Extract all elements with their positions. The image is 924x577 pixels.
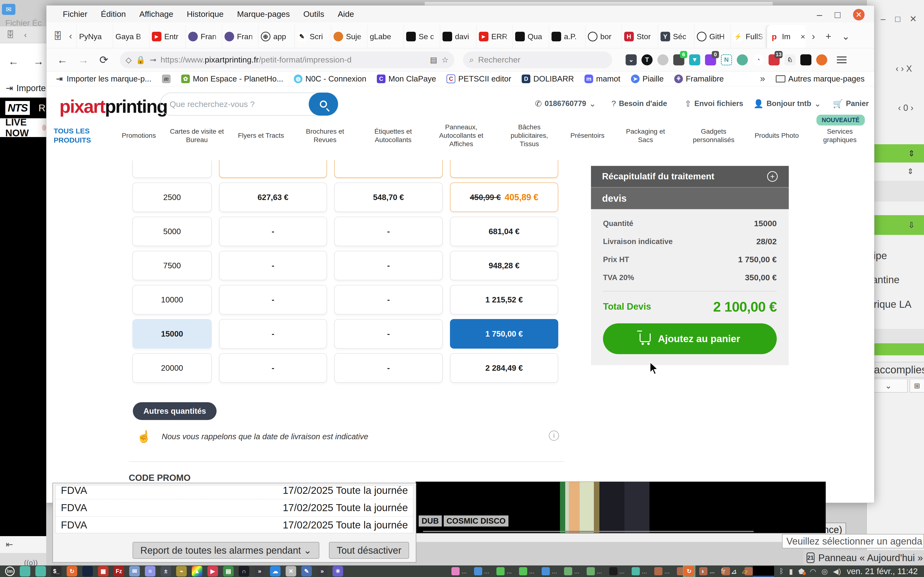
task-bar-green-1[interactable]: ⇕ — [871, 144, 924, 163]
today-panel-status[interactable]: 21 Panneau « Aujourd'hui » ⌄ — [803, 550, 924, 566]
updown-icon-2[interactable]: ⇕ — [907, 167, 924, 176]
reload-icon[interactable]: ⟳ — [99, 53, 108, 66]
completed-filter[interactable]: accomplies — [869, 362, 924, 378]
bookmark-piaille[interactable]: ➤Piaille — [631, 74, 664, 84]
headphones-launcher-icon[interactable]: ∩ — [239, 566, 249, 577]
disabled-extension-icon[interactable] — [657, 54, 669, 65]
notifications-icon[interactable]: ◗ — [701, 567, 705, 575]
win-blue1-taskbar-button[interactable]: ... — [474, 567, 489, 575]
price-cell[interactable]: - — [219, 353, 327, 383]
bg-nav-controls[interactable]: ‹ › X — [896, 64, 924, 74]
calendar-view-button[interactable]: ⊞ — [909, 379, 924, 393]
plug-launcher-icon[interactable]: ⌁ — [176, 566, 187, 577]
firewall-icon[interactable]: ⬟ — [798, 567, 804, 575]
windows-launcher-icon[interactable] — [20, 566, 30, 577]
win-green2-taskbar-button[interactable]: ... — [519, 567, 535, 575]
postpone-all-button[interactable]: Report de toutes les alarmes pendant ⌄ — [132, 542, 319, 559]
quantity-5000[interactable]: 5000 — [132, 217, 212, 246]
menu-fichier[interactable]: Fichier — [63, 10, 87, 19]
lock-icon[interactable]: 🔒 — [136, 55, 145, 64]
tab-fran[interactable]: Fran — [222, 25, 258, 48]
price-cell[interactable]: 2 284,49 € — [450, 353, 558, 383]
minimize-icon[interactable]: – — [817, 10, 822, 20]
collapse-icon[interactable]: ⇤ — [6, 540, 13, 550]
menu-outils[interactable]: Outils — [303, 10, 324, 19]
image-viewer-launcher-icon[interactable] — [82, 566, 93, 577]
scroll-tabs-right-icon[interactable]: › — [812, 31, 815, 42]
price-cell[interactable]: - — [219, 285, 327, 314]
tab-err[interactable]: ERR — [476, 25, 512, 48]
arrows1-launcher-icon[interactable]: » — [254, 566, 265, 577]
tab-sec[interactable]: Se c — [404, 25, 440, 48]
nav-produits-photo[interactable]: Produits Photo — [754, 131, 799, 140]
nav-brochures-et-revues[interactable]: Brochures et Revues — [298, 127, 352, 144]
blocker-extension-icon[interactable]: 13 — [769, 54, 780, 65]
nav-tous-les-produits[interactable]: TOUS LES PRODUITS — [54, 126, 108, 145]
browser-search-bar[interactable]: ⌕ Rechercher — [463, 52, 612, 68]
video-progress-bar[interactable] — [423, 531, 754, 532]
bookmark-mamot[interactable]: mmamot — [585, 74, 620, 84]
nav-panneaux-autocollants-et[interactable]: Panneaux, Autocollants et Affiches — [434, 123, 488, 148]
bookmark-icon[interactable]: æ — [162, 74, 171, 83]
active-window-button[interactable]: ↻ — [683, 566, 695, 577]
reader-mode-icon[interactable]: ▤ — [430, 55, 437, 64]
price-cell-clipped[interactable] — [219, 160, 327, 178]
price-cell[interactable]: - — [334, 353, 443, 383]
keyboard-layout[interactable]: fr — [721, 567, 725, 575]
bg-maximize-icon[interactable]: □ — [895, 14, 900, 24]
menu-marquepages[interactable]: Marque-pages — [237, 10, 290, 19]
volume-icon[interactable]: ◀) — [833, 567, 841, 575]
cloud-launcher-icon[interactable]: ☁ — [270, 566, 281, 577]
bg-minimize-icon[interactable]: – — [881, 14, 885, 24]
tab-pynya[interactable]: PyNya — [76, 25, 113, 48]
share-launcher-icon[interactable]: ✳ — [333, 566, 343, 577]
filter-dropdown[interactable]: ⌄ — [869, 379, 908, 393]
save-extension-icon[interactable]: ▼ — [689, 54, 700, 65]
win-green1-taskbar-button[interactable]: ... — [496, 567, 512, 575]
task-item[interactable]: érique LA — [868, 298, 924, 310]
bg-nav-controls2[interactable]: ‹ 0 › — [898, 103, 924, 113]
win-green4-taskbar-button[interactable]: ... — [586, 567, 602, 575]
tab-gith[interactable]: GitH — [694, 25, 730, 48]
alarm-row[interactable]: FDVA17/02/2025 Toute la journée — [56, 500, 413, 517]
refresh-launcher-icon[interactable]: ↻ — [67, 566, 77, 577]
win-pink-taskbar-button[interactable]: ... — [451, 567, 467, 575]
menu-affichage[interactable]: Affichage — [139, 10, 173, 19]
quantity-2500[interactable]: 2500 — [132, 182, 212, 212]
quantity-10000[interactable]: 10000 — [132, 285, 212, 314]
like-extension-icon[interactable]: ♘ — [784, 54, 795, 65]
bookmark-framalibre[interactable]: ⚘Framalibre — [674, 74, 724, 84]
vpn-icon[interactable]: ◎ — [822, 567, 828, 575]
back-icon[interactable]: ← — [8, 55, 19, 67]
updates-extension-icon[interactable]: 6 — [673, 54, 684, 65]
price-cell[interactable]: 548,70 € — [334, 182, 443, 212]
nav-promotions[interactable]: Promotions — [122, 131, 156, 140]
pocket-extension-icon[interactable]: ⌄ — [626, 54, 637, 65]
qr-launcher-icon[interactable]: ▦ — [98, 566, 108, 577]
win-blue2-taskbar-button[interactable]: ... — [542, 567, 557, 575]
price-cell[interactable]: 948,28 € — [450, 251, 558, 280]
tab-suje[interactable]: Suje — [331, 25, 367, 48]
win-teal-taskbar-button[interactable]: ... — [632, 567, 647, 575]
lion-extension-icon[interactable] — [816, 54, 827, 65]
win-pen-taskbar-button[interactable]: ... — [609, 567, 625, 575]
task-item[interactable]: ipe — [874, 250, 924, 261]
permissions-icon[interactable]: ⊸ — [150, 55, 156, 64]
price-cell[interactable]: - — [219, 319, 327, 349]
nav-pr-sentoirs[interactable]: Présentoirs — [570, 131, 604, 140]
info-icon[interactable]: i — [549, 430, 559, 441]
task-bar-green-2[interactable]: ⇩ — [871, 215, 924, 235]
add-to-cart-button[interactable]: Ajoutez au panier — [603, 323, 777, 354]
tab-fulls[interactable]: FullS — [730, 25, 767, 48]
alarm-row[interactable]: FDVA17/02/2025 Toute la journée — [56, 517, 413, 533]
promo-price-cell[interactable]: 450,99 €405,89 € — [450, 182, 558, 212]
tab-entr[interactable]: Entr — [149, 25, 186, 48]
bookmark-star-icon[interactable]: ☆ — [441, 55, 449, 64]
forward-icon[interactable]: → — [78, 54, 89, 66]
bookmarks-overflow-icon[interactable]: » — [760, 74, 765, 84]
maximize-icon[interactable]: □ — [835, 10, 840, 20]
alarm-row[interactable]: FDVA17/02/2025 Toute la journée — [56, 485, 413, 500]
proxy-extension-icon[interactable]: 0 — [705, 54, 716, 65]
files-launcher-icon[interactable] — [36, 566, 46, 577]
pen-launcher-icon[interactable]: ✎ — [301, 566, 312, 577]
